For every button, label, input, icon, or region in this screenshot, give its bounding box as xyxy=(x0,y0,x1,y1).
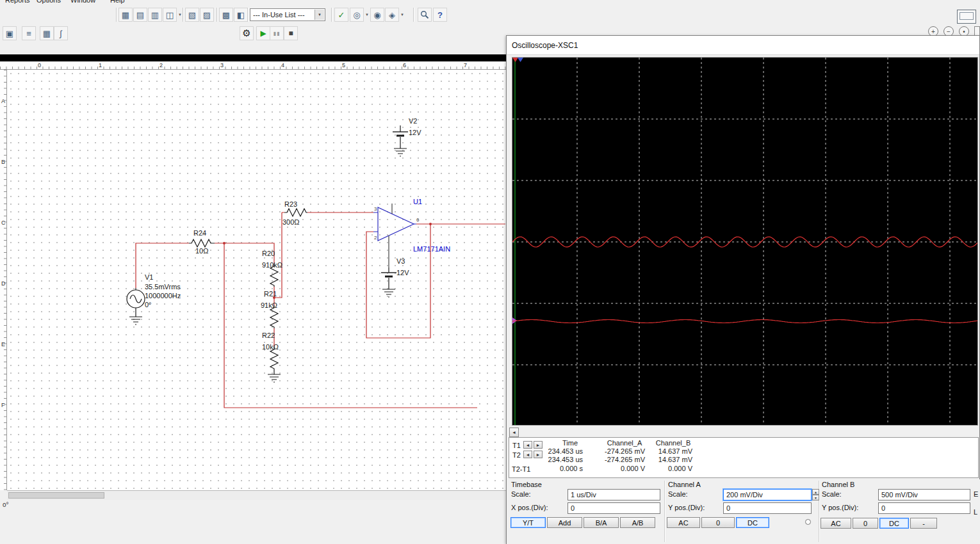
component-value[interactable]: 10kΩ xyxy=(262,343,279,351)
scrollbar-thumb[interactable] xyxy=(8,492,104,499)
transfer-ultiboard-icon[interactable]: ◧ xyxy=(234,8,248,22)
trigger-edge-radio[interactable] xyxy=(805,519,811,525)
database-manager-icon[interactable]: ▤ xyxy=(133,8,147,22)
channel-a-ypos-input[interactable]: 0 xyxy=(723,502,812,514)
ruler-number: 7 xyxy=(464,62,467,68)
component-label[interactable]: V3 xyxy=(396,257,405,265)
spinner-down-icon[interactable]: ▼ xyxy=(812,495,819,500)
channel-b-title: Channel B xyxy=(822,481,854,488)
wires[interactable] xyxy=(136,212,505,408)
component-label[interactable]: V2 xyxy=(409,117,417,125)
canvas-corner-fragment: o° xyxy=(3,501,9,508)
timebase-scale-input[interactable]: 1 us/Div xyxy=(568,489,660,500)
dc-source-v2[interactable] xyxy=(393,125,408,156)
timebase-ab-button[interactable]: A/B xyxy=(620,517,655,528)
instrument-icon[interactable] xyxy=(957,10,976,24)
t2-left-button[interactable]: ◄ xyxy=(523,451,532,458)
timebase-yt-button[interactable]: Y/T xyxy=(510,517,546,528)
component-value[interactable]: 35.5mVrms xyxy=(145,283,181,291)
voltage-probe-icon[interactable]: ◎ xyxy=(350,8,364,22)
ground-symbol[interactable] xyxy=(268,370,281,382)
channel-a-dc-button[interactable]: DC xyxy=(736,517,769,528)
component-label[interactable]: U1 xyxy=(413,198,422,205)
grapher-dropdown-icon[interactable]: ▼ xyxy=(178,13,182,17)
component-value[interactable]: 1000000Hz xyxy=(145,292,181,300)
breadboard-icon[interactable]: ▦ xyxy=(40,26,54,40)
stop-simulation-button[interactable]: ■ xyxy=(284,26,298,40)
channel-b-zero-button[interactable]: 0 xyxy=(853,518,878,529)
channel-a-scale-input[interactable]: 200 mV/Div xyxy=(723,489,812,500)
postprocessor-icon[interactable]: ▧ xyxy=(185,8,199,22)
grapher-icon[interactable]: ◫ xyxy=(163,8,177,22)
component-value[interactable]: 910kΩ xyxy=(262,261,282,269)
cursor-t1-handle[interactable] xyxy=(512,58,518,62)
component-value[interactable]: 300Ω xyxy=(282,218,300,226)
canvas-hscrollbar[interactable] xyxy=(7,490,506,500)
spreadsheet-view-icon[interactable]: ▥ xyxy=(148,8,162,22)
component-label[interactable]: R20 xyxy=(262,250,275,257)
ground-symbol[interactable] xyxy=(394,148,407,156)
menu-reports[interactable]: Reports xyxy=(5,0,30,4)
channel-b-minus-button[interactable]: - xyxy=(910,518,937,529)
channel-b-ac-button[interactable]: AC xyxy=(821,518,851,529)
spinner-up-icon[interactable]: ▲ xyxy=(812,489,819,495)
combo-dropdown-icon[interactable]: ▼ xyxy=(314,10,324,20)
ground-symbol[interactable] xyxy=(382,289,395,297)
scope-scroll-left-button[interactable]: ◄ xyxy=(509,428,519,437)
ground-symbol[interactable] xyxy=(129,317,142,324)
probe-dropdown-icon[interactable]: ▼ xyxy=(400,13,404,17)
channel-b-scale-input[interactable]: 500 mV/Div xyxy=(878,489,970,500)
channel-a-scale-spinner[interactable]: ▲ ▼ xyxy=(812,489,819,500)
pause-simulation-button[interactable]: ▮▮ xyxy=(270,26,284,40)
timebase-add-button[interactable]: Add xyxy=(547,517,582,528)
component-label[interactable]: V1 xyxy=(145,273,153,281)
wire[interactable] xyxy=(136,243,189,288)
component-label[interactable]: R22 xyxy=(262,332,275,339)
component-label[interactable]: R23 xyxy=(284,200,297,208)
power-probe-icon[interactable]: ◈ xyxy=(385,8,399,22)
probe-settings-icon[interactable]: ✓ xyxy=(334,8,348,22)
cursor-t2-handle[interactable] xyxy=(518,58,523,62)
channel-a-zero-button[interactable]: 0 xyxy=(701,517,735,528)
wire[interactable] xyxy=(366,224,430,338)
find-icon[interactable] xyxy=(418,8,432,22)
resistor-symbol-r24[interactable] xyxy=(189,239,215,247)
run-simulation-button[interactable]: ▶ xyxy=(256,26,270,40)
menu-help[interactable]: Help xyxy=(110,0,125,4)
in-use-list-combo[interactable]: --- In-Use List --- ▼ xyxy=(250,8,325,21)
menu-options[interactable]: Options xyxy=(37,0,61,4)
component-value[interactable]: 10Ω xyxy=(195,247,208,255)
capture-screen-icon[interactable]: ▩ xyxy=(219,8,233,22)
component-value[interactable]: 12V xyxy=(396,269,409,276)
dc-source-v3[interactable] xyxy=(381,268,396,297)
channel-b-dc-button[interactable]: DC xyxy=(879,518,909,529)
interactive-settings-icon[interactable]: ⚙ xyxy=(240,26,254,40)
component-wizard-icon[interactable]: ▦ xyxy=(118,8,133,22)
schematic-canvas[interactable]: V1 35.5mVrms 1000000Hz 0° R24 10Ω R23 30… xyxy=(7,70,506,490)
analyses-icon[interactable]: ∫ xyxy=(54,26,68,40)
current-probe-icon[interactable]: ◉ xyxy=(370,8,384,22)
component-value[interactable]: 91kΩ xyxy=(261,301,277,309)
component-label[interactable]: R21 xyxy=(264,290,277,298)
description-box-icon[interactable]: ≡ xyxy=(22,26,36,40)
opamp-triangle[interactable] xyxy=(378,207,414,241)
component-value[interactable]: LM7171AIN xyxy=(413,245,450,253)
channel-a-ac-button[interactable]: AC xyxy=(667,517,700,528)
menu-window[interactable]: Window xyxy=(70,0,95,4)
probe-dropdown-icon[interactable]: ▼ xyxy=(365,13,369,17)
new-chip-icon[interactable]: ▣ xyxy=(3,26,17,40)
component-value[interactable]: 12V xyxy=(409,129,421,136)
component-value[interactable]: 0° xyxy=(145,301,152,308)
oscilloscope-window[interactable]: Oscilloscope-XSC1 ◄ T1 ◄ ► T2 ◄ ► T2-T1 … xyxy=(506,35,980,544)
resistor-symbol-r23[interactable] xyxy=(284,209,307,216)
t1-left-button[interactable]: ◄ xyxy=(523,441,532,449)
help-icon[interactable]: ? xyxy=(433,8,447,22)
component-label[interactable]: R24 xyxy=(193,229,206,237)
timebase-ba-button[interactable]: B/A xyxy=(584,517,619,528)
scope-titlebar[interactable]: Oscilloscope-XSC1 xyxy=(507,36,979,55)
electrical-rules-check-icon[interactable]: ▨ xyxy=(200,8,214,22)
ac-source-v1[interactable] xyxy=(127,288,145,324)
channel-b-ypos-input[interactable]: 0 xyxy=(878,502,970,514)
opamp-u1[interactable] xyxy=(373,204,416,268)
timebase-xpos-input[interactable]: 0 xyxy=(568,502,660,514)
